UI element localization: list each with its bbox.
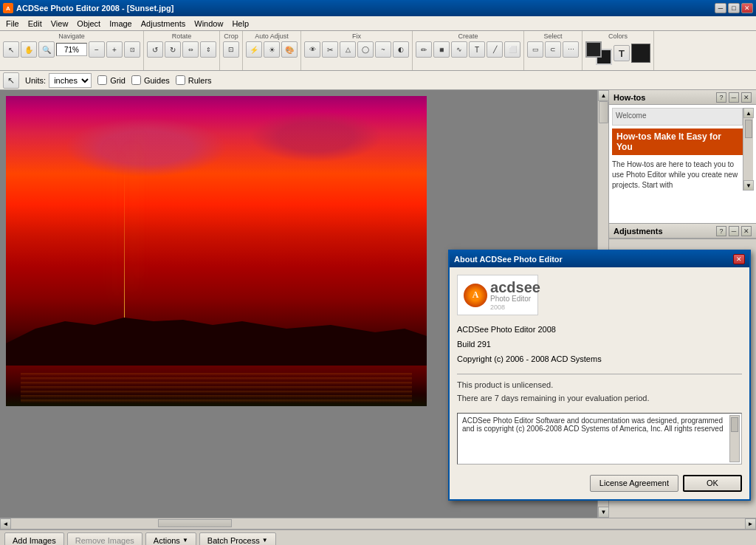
panel-scroll-track[interactable]: [743, 118, 753, 180]
line-btn[interactable]: ╱: [487, 41, 503, 58]
maximize-button[interactable]: □: [728, 3, 740, 13]
guides-checkbox[interactable]: [131, 75, 141, 85]
toolbar-fix: Fix 👁 ✂ △ ◯ ~ ◐: [301, 31, 413, 70]
howtos-header-label: How-tos: [614, 93, 645, 102]
welcome-label: Welcome: [616, 112, 739, 120]
logo-circle-icon: A: [472, 289, 479, 301]
redeye-btn[interactable]: 👁: [304, 41, 320, 58]
horizontal-scrollbar[interactable]: ◄ ►: [0, 518, 756, 529]
howtos-body: The How-tos are here to teach you to use…: [612, 160, 743, 191]
blemish-btn[interactable]: ✂: [322, 41, 338, 58]
exposure-btn[interactable]: ☀: [264, 41, 280, 58]
flip-h-btn[interactable]: ⇔: [182, 41, 199, 58]
ok-button[interactable]: OK: [683, 475, 742, 492]
about-dialog: About ACDSee Photo Editor ✕ A acdsee Pho…: [448, 250, 751, 501]
text-color-btn[interactable]: T: [614, 45, 630, 61]
dodge-btn[interactable]: ◐: [393, 41, 409, 58]
auto-adjust-btn[interactable]: ⚡: [246, 41, 262, 58]
zoom-out-btn[interactable]: −: [89, 41, 105, 58]
minimize-button[interactable]: ─: [715, 3, 726, 13]
rulers-checkbox[interactable]: [176, 75, 185, 85]
scrollbox-thumb[interactable]: [731, 417, 738, 432]
select-wand-btn[interactable]: ⋯: [563, 41, 579, 58]
actions-button[interactable]: Actions ▼: [145, 532, 196, 546]
rotate-cw-btn[interactable]: ↻: [165, 41, 181, 58]
panel-scroll-up[interactable]: ▲: [743, 108, 754, 118]
panel-scroll-down[interactable]: ▼: [743, 180, 754, 191]
hscroll-left-arrow[interactable]: ◄: [0, 518, 11, 529]
foreground-color-swatch[interactable]: [585, 41, 602, 58]
shape-btn[interactable]: ◾: [433, 41, 450, 58]
scroll-up-arrow[interactable]: ▲: [598, 90, 609, 101]
menu-window[interactable]: Window: [190, 18, 227, 30]
dialog-scrollbox-text: ACDSee Photo Editor Software and documen…: [462, 417, 724, 433]
menu-edit[interactable]: Edit: [24, 18, 47, 30]
menu-view[interactable]: View: [47, 18, 73, 30]
panel-scroll-thumb[interactable]: [745, 120, 752, 138]
panel-scrollbar-v[interactable]: ▲ ▼: [743, 108, 753, 191]
water-reflection: [21, 373, 412, 402]
howtos-panel-header[interactable]: How-tos ? ─ ✕: [609, 90, 756, 105]
select-tool-btn[interactable]: ↖: [3, 72, 19, 89]
hscroll-track[interactable]: [11, 518, 745, 529]
smear-btn[interactable]: ~: [375, 41, 391, 58]
select-lasso-btn[interactable]: ⊂: [545, 41, 561, 58]
zoom-input[interactable]: [56, 43, 87, 56]
acdsee-logo: A acdsee Photo Editor 2008: [457, 275, 538, 315]
remove-images-button[interactable]: Remove Images: [67, 532, 142, 546]
dialog-logo-area: A acdsee Photo Editor 2008: [457, 275, 742, 315]
add-images-button[interactable]: Add Images: [4, 532, 64, 546]
dialog-scrollbox[interactable]: ACDSee Photo Editor Software and documen…: [457, 413, 742, 465]
app-icon: A: [3, 3, 13, 13]
rotate-ccw-btn[interactable]: ↺: [147, 41, 163, 58]
navigate-zoom-btn[interactable]: 🔍: [38, 41, 55, 58]
welcome-section: Welcome: [612, 108, 743, 126]
auto-adjust-label: Auto Adjust: [246, 32, 298, 40]
sharpen-btn[interactable]: △: [340, 41, 356, 58]
crop-btn[interactable]: ⊡: [223, 41, 239, 58]
units-select[interactable]: inches pixels cm: [49, 73, 92, 88]
zoom-in-btn[interactable]: +: [106, 41, 123, 58]
close-button[interactable]: ✕: [741, 3, 753, 13]
app-icon-label: A: [6, 5, 10, 12]
license-agreement-button[interactable]: License Agreement: [590, 475, 678, 492]
adjustments-close-btn[interactable]: ✕: [741, 226, 752, 236]
scrollbox-scrollbar[interactable]: [729, 415, 740, 462]
menu-adjustments[interactable]: Adjustments: [137, 18, 190, 30]
adjustments-panel-header[interactable]: Adjustments ? ─ ✕: [609, 224, 756, 239]
batch-process-button[interactable]: Batch Process ▼: [199, 532, 276, 546]
rulers-label: Rulers: [188, 76, 212, 85]
path-btn[interactable]: ∿: [451, 41, 467, 58]
menu-object[interactable]: Object: [72, 18, 105, 30]
dialog-close-button[interactable]: ✕: [733, 254, 745, 264]
flip-v-btn[interactable]: ⇕: [200, 41, 216, 58]
select-rect-btn[interactable]: ▭: [527, 41, 543, 58]
color-swatch-black[interactable]: [631, 44, 650, 63]
grid-checkbox[interactable]: [97, 75, 107, 85]
color-adjust-btn[interactable]: 🎨: [281, 41, 298, 58]
howtos-min-btn[interactable]: ─: [729, 92, 739, 103]
howtos-help-btn[interactable]: ?: [716, 92, 726, 103]
zoom-fit-btn[interactable]: ⊡: [124, 41, 140, 58]
howtos-close-btn[interactable]: ✕: [741, 92, 752, 103]
scroll-thumb[interactable]: [599, 101, 608, 123]
hscroll-right-arrow[interactable]: ►: [745, 518, 756, 529]
paint-btn[interactable]: ✏: [416, 41, 432, 58]
blur-btn[interactable]: ◯: [357, 41, 374, 58]
scroll-down-arrow[interactable]: ▼: [598, 507, 609, 518]
adjustments-header-label: Adjustments: [614, 227, 663, 236]
menu-image[interactable]: Image: [105, 18, 137, 30]
dialog-license-line1: This product is unlicensed.: [457, 379, 742, 392]
logo-acdsee-text: acdsee: [490, 279, 540, 296]
hscroll-thumb[interactable]: [158, 519, 232, 527]
navigate-arrow-btn[interactable]: ↖: [3, 41, 19, 58]
navigate-hand-btn[interactable]: ✋: [21, 41, 37, 58]
menu-help[interactable]: Help: [227, 18, 253, 30]
adjustments-help-btn[interactable]: ?: [716, 226, 726, 236]
toolbar-crop: Crop ⊡: [220, 31, 243, 70]
erase-btn[interactable]: ⬜: [504, 41, 520, 58]
menu-file[interactable]: File: [1, 18, 24, 30]
dialog-build: Build 291: [457, 337, 742, 352]
text-btn[interactable]: T: [469, 41, 485, 58]
adjustments-min-btn[interactable]: ─: [729, 226, 739, 236]
